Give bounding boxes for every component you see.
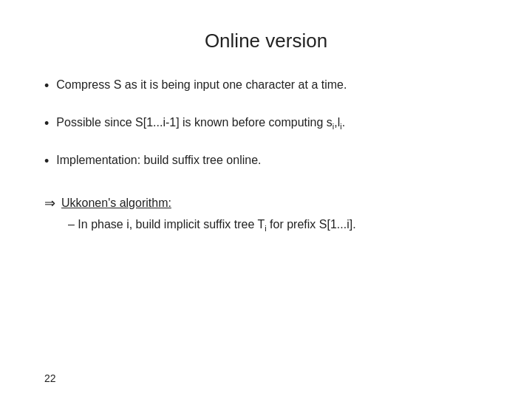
subscript-ti: i (265, 224, 266, 233)
subscript-i-2: i (340, 122, 341, 131)
bullet-item-2: • Possible since S[1...i-1] is known bef… (44, 114, 488, 134)
ukkonen-algorithm-label: Ukkonen's algorithm: (61, 197, 171, 210)
bullet-dot-2: • (44, 114, 49, 134)
bullet-item-3: • Implementation: build suffix tree onli… (44, 151, 488, 171)
bullet-list: • Compress S as it is being input one ch… (44, 76, 488, 189)
ukkonen-sub-text: – In phase i, build implicit suffix tree… (68, 216, 488, 235)
bullet-text-3: Implementation: build suffix tree online… (56, 151, 488, 169)
subscript-i-1: i (332, 122, 334, 131)
bullet-text-2: Possible since S[1...i-1] is known befor… (56, 114, 488, 133)
slide: Online version • Compress S as it is bei… (0, 0, 532, 399)
slide-title: Online version (44, 30, 488, 52)
page-number: 22 (44, 372, 56, 384)
bullet-text-1: Compress S as it is being input one char… (56, 76, 488, 94)
ukkonen-section: ⇒ Ukkonen's algorithm: – In phase i, bui… (44, 195, 488, 235)
bullet-dot-1: • (44, 76, 49, 96)
bullet-item-1: • Compress S as it is being input one ch… (44, 76, 488, 96)
bullet-dot-3: • (44, 151, 49, 171)
implication-arrow: ⇒ (44, 195, 55, 211)
ukkonen-title: ⇒ Ukkonen's algorithm: (44, 195, 488, 211)
